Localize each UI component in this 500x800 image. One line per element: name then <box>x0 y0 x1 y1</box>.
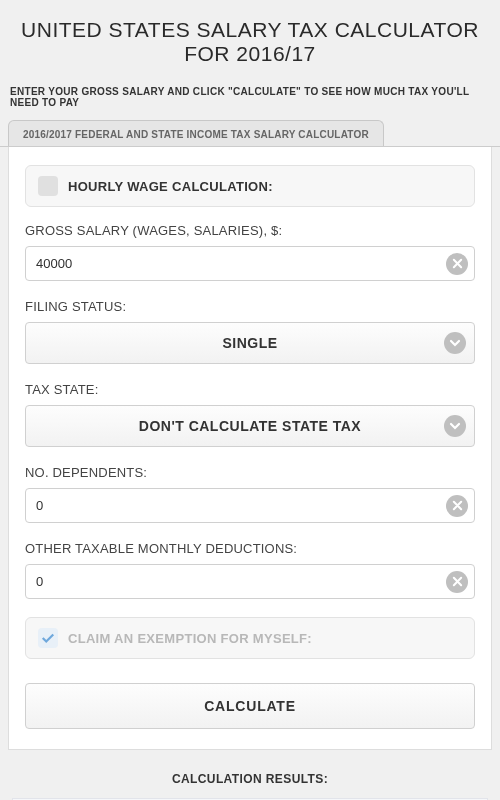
dependents-field <box>25 488 475 523</box>
chevron-down-icon <box>444 332 466 354</box>
page-title: UNITED STATES SALARY TAX CALCULATOR FOR … <box>0 0 500 76</box>
form-panel: HOURLY WAGE CALCULATION: GROSS SALARY (W… <box>8 147 492 750</box>
exemption-label: CLAIM AN EXEMPTION FOR MYSELF: <box>68 631 312 646</box>
filing-status-label: FILING STATUS: <box>25 299 475 314</box>
tax-state-select[interactable]: DON'T CALCULATE STATE TAX <box>25 405 475 447</box>
exemption-toggle[interactable]: CLAIM AN EXEMPTION FOR MYSELF: <box>25 617 475 659</box>
gross-salary-input[interactable] <box>26 247 446 280</box>
tax-state-label: TAX STATE: <box>25 382 475 397</box>
checkbox-checked-icon <box>38 628 58 648</box>
checkbox-icon <box>38 176 58 196</box>
dependents-label: NO. DEPENDENTS: <box>25 465 475 480</box>
hourly-wage-label: HOURLY WAGE CALCULATION: <box>68 179 273 194</box>
deductions-input[interactable] <box>26 565 446 598</box>
deductions-label: OTHER TAXABLE MONTHLY DEDUCTIONS: <box>25 541 475 556</box>
results-title: CALCULATION RESULTS: <box>0 750 500 798</box>
clear-icon[interactable] <box>446 495 468 517</box>
clear-icon[interactable] <box>446 571 468 593</box>
tab-calculator[interactable]: 2016/2017 FEDERAL AND STATE INCOME TAX S… <box>8 120 384 146</box>
calculate-button[interactable]: CALCULATE <box>25 683 475 729</box>
chevron-down-icon <box>444 415 466 437</box>
clear-icon[interactable] <box>446 253 468 275</box>
filing-status-value: SINGLE <box>222 335 277 351</box>
deductions-field <box>25 564 475 599</box>
filing-status-select[interactable]: SINGLE <box>25 322 475 364</box>
instruction-text: ENTER YOUR GROSS SALARY AND CLICK "CALCU… <box>0 76 500 120</box>
hourly-wage-toggle[interactable]: HOURLY WAGE CALCULATION: <box>25 165 475 207</box>
gross-salary-field <box>25 246 475 281</box>
tab-row: 2016/2017 FEDERAL AND STATE INCOME TAX S… <box>0 120 500 147</box>
tax-state-value: DON'T CALCULATE STATE TAX <box>139 418 361 434</box>
dependents-input[interactable] <box>26 489 446 522</box>
gross-salary-label: GROSS SALARY (WAGES, SALARIES), $: <box>25 223 475 238</box>
